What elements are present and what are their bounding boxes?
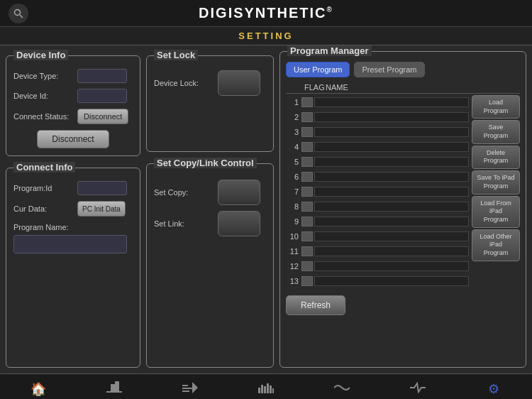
nav-item-main[interactable]: 🏠 Main bbox=[10, 381, 67, 399]
table-row: 4 bbox=[286, 140, 469, 154]
table-row: 13 bbox=[286, 274, 469, 288]
device-type-input bbox=[77, 69, 127, 83]
device-info-panel: Device Info Device Type: Device Id: Conn… bbox=[6, 55, 140, 156]
setting-bar: SETTING bbox=[0, 27, 532, 45]
save-to-ipad-button[interactable]: Save To iPadProgram bbox=[472, 170, 520, 194]
table-row: 5 bbox=[286, 155, 469, 169]
setting-label: SETTING bbox=[238, 31, 293, 41]
delete-program-button[interactable]: DeleteProgram bbox=[472, 146, 520, 169]
geq-icon bbox=[258, 382, 274, 397]
program-name-input bbox=[13, 235, 127, 253]
prog-flag-13 bbox=[301, 276, 313, 286]
svg-point-0 bbox=[15, 9, 21, 15]
table-row: 6 bbox=[286, 170, 469, 184]
set-link-row: Set Link: bbox=[154, 211, 266, 236]
save-program-button[interactable]: SaveProgram bbox=[472, 120, 520, 143]
prog-table-with-buttons: 1 2 3 bbox=[286, 95, 520, 288]
prog-name-1 bbox=[314, 97, 469, 107]
search-button[interactable] bbox=[9, 4, 28, 23]
device-id-label: Device Id: bbox=[13, 92, 77, 100]
svg-rect-12 bbox=[270, 386, 272, 393]
program-table-header: FLAG NAME bbox=[286, 82, 520, 94]
set-copy-row: Set Copy: bbox=[154, 180, 266, 205]
table-row: 11 bbox=[286, 244, 469, 258]
nav-item-peq[interactable]: PEQ bbox=[314, 382, 370, 400]
program-manager-title: Program Manager bbox=[287, 45, 372, 56]
prog-flag-3 bbox=[301, 127, 313, 137]
refresh-button[interactable]: Refresh bbox=[286, 295, 345, 315]
svg-marker-2 bbox=[106, 381, 122, 391]
prog-name-4 bbox=[314, 142, 469, 152]
prog-flag-4 bbox=[301, 142, 313, 152]
prog-flag-11 bbox=[301, 246, 313, 256]
disconnect-inline-button[interactable]: Disconnect bbox=[77, 109, 128, 124]
prog-name-10 bbox=[314, 231, 469, 241]
app-title: DIGISYNTHETIC® bbox=[199, 5, 333, 21]
svg-rect-5 bbox=[182, 388, 192, 389]
col-name-header: NAME bbox=[323, 83, 520, 92]
search-icon bbox=[13, 9, 23, 18]
set-lock-panel: Set Lock Device Lock: bbox=[146, 55, 274, 152]
svg-line-1 bbox=[20, 15, 23, 18]
peq-icon bbox=[334, 382, 350, 397]
tab-user-program[interactable]: User Program bbox=[286, 62, 350, 77]
device-type-row: Device Type: bbox=[13, 69, 133, 83]
device-lock-row: Device Lock: bbox=[154, 70, 266, 96]
tab-preset-program[interactable]: Preset Program bbox=[354, 62, 424, 77]
bottom-nav: 🏠 Main Gain Delay GEQ bbox=[0, 373, 532, 399]
set-link-toggle[interactable] bbox=[218, 211, 260, 236]
right-column: Program Manager User Program Preset Prog… bbox=[279, 51, 526, 368]
svg-rect-4 bbox=[182, 385, 188, 386]
nav-item-gain[interactable]: Gain bbox=[86, 381, 143, 400]
program-manager-panel: Program Manager User Program Preset Prog… bbox=[279, 51, 526, 368]
nav-item-geq[interactable]: GEQ bbox=[238, 382, 294, 400]
refresh-container: Refresh bbox=[286, 291, 520, 315]
prog-flag-10 bbox=[301, 231, 313, 241]
nav-item-compress[interactable]: Compress bbox=[389, 382, 446, 400]
table-row: 3 bbox=[286, 125, 469, 139]
left-column: Device Info Device Type: Device Id: Conn… bbox=[6, 51, 140, 368]
prog-flag-1 bbox=[301, 97, 313, 107]
svg-rect-11 bbox=[267, 383, 269, 393]
device-id-row: Device Id: bbox=[13, 89, 133, 103]
prog-flag-6 bbox=[301, 172, 313, 182]
device-lock-toggle[interactable] bbox=[218, 70, 260, 96]
pc-init-button[interactable]: PC Init Data bbox=[77, 201, 126, 217]
svg-rect-6 bbox=[182, 390, 189, 392]
cur-data-label: Cur Data: bbox=[13, 204, 77, 213]
connect-status-label: Connect Status: bbox=[13, 112, 77, 121]
prog-name-2 bbox=[314, 112, 469, 122]
svg-rect-13 bbox=[272, 388, 274, 393]
set-link-label: Set Link: bbox=[154, 219, 218, 228]
svg-marker-7 bbox=[192, 382, 198, 393]
connect-info-title: Connect Info bbox=[13, 162, 75, 173]
set-copy-toggle[interactable] bbox=[218, 180, 260, 205]
disconnect-btn-container: Disconnect bbox=[13, 130, 133, 148]
main-content: Device Info Device Type: Device Id: Conn… bbox=[0, 45, 532, 373]
prog-name-7 bbox=[314, 187, 469, 197]
prog-name-9 bbox=[314, 217, 469, 226]
program-id-label: Program:Id bbox=[13, 184, 77, 192]
table-row: 8 bbox=[286, 200, 469, 214]
gain-icon bbox=[106, 381, 122, 398]
prog-flag-5 bbox=[301, 157, 313, 167]
load-other-ipad-button[interactable]: Load Other iPadProgram bbox=[472, 229, 520, 261]
table-row: 9 bbox=[286, 214, 469, 229]
load-from-ipad-button[interactable]: Load From iPadProgram bbox=[472, 196, 520, 228]
prog-flag-7 bbox=[301, 187, 313, 197]
set-copy-link-panel: Set Copy/Link Control Set Copy: Set Link… bbox=[146, 163, 274, 368]
set-copy-link-title: Set Copy/Link Control bbox=[154, 158, 257, 168]
connect-info-panel: Connect Info Program:Id Cur Data: PC Ini… bbox=[6, 168, 140, 368]
nav-item-delay[interactable]: Delay bbox=[162, 382, 218, 400]
table-row: 10 bbox=[286, 229, 469, 244]
program-side-buttons: LoadProgram SaveProgram DeleteProgram Sa… bbox=[472, 95, 520, 288]
home-icon: 🏠 bbox=[31, 381, 46, 397]
nav-item-setting[interactable]: ⚙ Setting bbox=[465, 381, 522, 399]
prog-name-12 bbox=[314, 261, 469, 271]
svg-rect-3 bbox=[106, 391, 122, 393]
prog-name-11 bbox=[314, 246, 469, 256]
tab-row: User Program Preset Program bbox=[286, 62, 520, 77]
table-row: 2 bbox=[286, 110, 469, 124]
disconnect-button[interactable]: Disconnect bbox=[37, 130, 109, 148]
load-program-button[interactable]: LoadProgram bbox=[472, 95, 520, 119]
